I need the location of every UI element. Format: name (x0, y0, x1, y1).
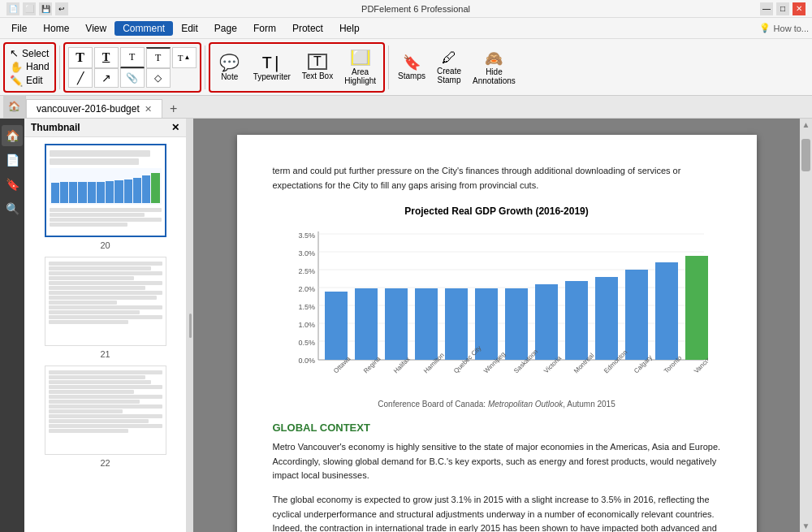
svg-text:3.0%: 3.0% (298, 249, 315, 257)
area-highlight-icon: ⬜ (351, 50, 370, 66)
main-area: 🏠 📄 🔖 🔍 Thumbnail ✕ (0, 119, 812, 532)
stamps-tool[interactable]: 🔖 Stamps (392, 46, 431, 89)
panel-pages-icon[interactable]: 📄 (2, 149, 23, 171)
menu-comment[interactable]: Comment (114, 21, 173, 36)
hide-annotations-icon: 🙈 (485, 50, 503, 67)
menu-bar: File Home View Comment Edit Page Form Pr… (0, 18, 812, 39)
text-format-1[interactable]: T (68, 47, 93, 68)
menu-form[interactable]: Form (245, 21, 284, 36)
thumbnail-page-20[interactable]: 20 (31, 144, 179, 250)
menu-file[interactable]: File (3, 21, 35, 36)
thumbnail-close[interactable]: ✕ (171, 122, 179, 133)
menu-page[interactable]: Page (206, 21, 245, 36)
menu-home[interactable]: Home (35, 21, 77, 36)
thumbnail-img-20 (45, 144, 166, 237)
menu-edit[interactable]: Edit (173, 21, 206, 36)
close-button[interactable]: ✕ (793, 2, 806, 15)
thumb-line (49, 375, 145, 379)
document-tab[interactable]: vancouver-2016-budget ✕ (26, 99, 162, 118)
chart-source: Conference Board of Canada: Metropolitan… (273, 400, 721, 409)
thumb-line (49, 320, 128, 324)
note-tool[interactable]: 💬 Note (212, 46, 248, 89)
typewriter-tool[interactable]: T| Typewriter (248, 46, 296, 89)
draw-shape[interactable]: ◇ (146, 68, 171, 88)
chart-title: Projected Real GDP Growth (2016-2019) (273, 205, 721, 217)
add-tab-button[interactable]: + (164, 100, 184, 118)
svg-rect-19 (385, 288, 408, 360)
note-icon: 💬 (219, 53, 240, 72)
svg-rect-23 (505, 288, 528, 360)
text-format-group: T T T T T▲ ╱ ↗ 📎 ◇ (63, 42, 201, 93)
pdf-paragraph-1: Metro Vancouver's economy is highly sens… (273, 440, 721, 483)
thumb-line (49, 310, 140, 314)
svg-text:1.5%: 1.5% (298, 303, 315, 311)
menu-view[interactable]: View (77, 21, 114, 36)
text-format-3[interactable]: T (120, 47, 145, 68)
hand-icon: ✋ (10, 61, 23, 73)
hide-annotations-tool[interactable]: 🙈 HideAnnotations (467, 46, 521, 89)
thumb-line (49, 370, 162, 374)
thumbnail-header: Thumbnail ✕ (24, 119, 186, 137)
global-context-heading: GLOBAL CONTEXT (273, 422, 721, 434)
draw-attach[interactable]: 📎 (120, 68, 145, 88)
text-box-tool[interactable]: T Text Box (296, 46, 339, 89)
create-stamp-tool[interactable]: 🖊 CreateStamp (431, 46, 467, 89)
thumb-line (49, 305, 162, 309)
draw-row: ╱ ↗ 📎 ◇ (68, 68, 197, 88)
svg-rect-25 (565, 281, 588, 360)
menu-help[interactable]: Help (331, 21, 368, 36)
toolbar: ↖ Select ✋ Hand ✏️ Edit T T T T T▲ ╱ ↗ 📎… (0, 39, 812, 96)
svg-rect-20 (415, 288, 438, 360)
thumbnail-page-22[interactable]: 22 (31, 365, 179, 468)
pdf-intro-text: term and could put further pressure on t… (273, 164, 721, 192)
thumb-line (49, 409, 123, 413)
panel-resize-handle[interactable] (187, 119, 193, 532)
create-stamp-icon: 🖊 (442, 50, 456, 67)
thumbnail-page-21[interactable]: 21 (31, 257, 179, 359)
resize-indicator (189, 314, 192, 338)
page-number-21: 21 (100, 349, 110, 359)
thumb-line (49, 262, 162, 266)
panel-search-icon[interactable]: 🔍 (2, 198, 23, 219)
draw-arrow[interactable]: ↗ (94, 68, 119, 88)
thumb-line (50, 158, 139, 165)
scroll-thumb[interactable] (801, 139, 810, 171)
scroll-up-arrow[interactable]: ▲ (801, 119, 812, 131)
svg-text:0.0%: 0.0% (298, 357, 315, 365)
divider-2 (205, 45, 205, 89)
thumb-line (50, 218, 162, 222)
pdf-view-area[interactable]: term and could put further pressure on t… (193, 119, 800, 532)
stamps-icon: 🔖 (403, 54, 421, 71)
thumb-chart (50, 168, 162, 205)
text-format-4[interactable]: T (146, 47, 171, 68)
svg-rect-27 (625, 270, 648, 360)
select-tool[interactable]: ↖ Select (10, 47, 50, 59)
select-tools-group: ↖ Select ✋ Hand ✏️ Edit (3, 42, 56, 93)
text-format-2[interactable]: T (94, 47, 119, 68)
hand-tool[interactable]: ✋ Hand (10, 61, 50, 73)
save-icon: 💾 (39, 2, 52, 15)
toolbar-icon: ⬜ (23, 2, 36, 15)
home-tab-icon[interactable]: 🏠 (3, 95, 26, 118)
svg-text:2.5%: 2.5% (298, 267, 315, 275)
panel-home-icon[interactable]: 🏠 (2, 125, 23, 146)
tab-close-button[interactable]: ✕ (145, 104, 152, 115)
stamp-tools-group: 🔖 Stamps 🖊 CreateStamp 🙈 HideAnnotations (392, 42, 521, 93)
thumb-line (49, 271, 162, 275)
area-highlight-tool[interactable]: ⬜ AreaHighlight (339, 46, 382, 89)
left-icon-panel: 🏠 📄 🔖 🔍 (0, 119, 24, 532)
thumb-line (49, 400, 140, 404)
scroll-down-arrow[interactable]: ▼ (801, 520, 812, 532)
tab-bar: 🏠 vancouver-2016-budget ✕ + (0, 96, 812, 119)
minimize-button[interactable]: — (760, 2, 773, 15)
menu-protect[interactable]: Protect (284, 21, 331, 36)
draw-line[interactable]: ╱ (68, 68, 93, 88)
panel-bookmark-icon[interactable]: 🔖 (2, 174, 23, 195)
svg-text:0.5%: 0.5% (298, 339, 315, 347)
text-format-5[interactable]: T▲ (172, 47, 197, 68)
thumbnail-img-21 (45, 257, 166, 346)
edit-tool[interactable]: ✏️ Edit (10, 75, 50, 87)
right-scrollbar[interactable]: ▲ ▼ (800, 119, 812, 532)
thumb-line (50, 223, 128, 227)
maximize-button[interactable]: □ (776, 2, 789, 15)
